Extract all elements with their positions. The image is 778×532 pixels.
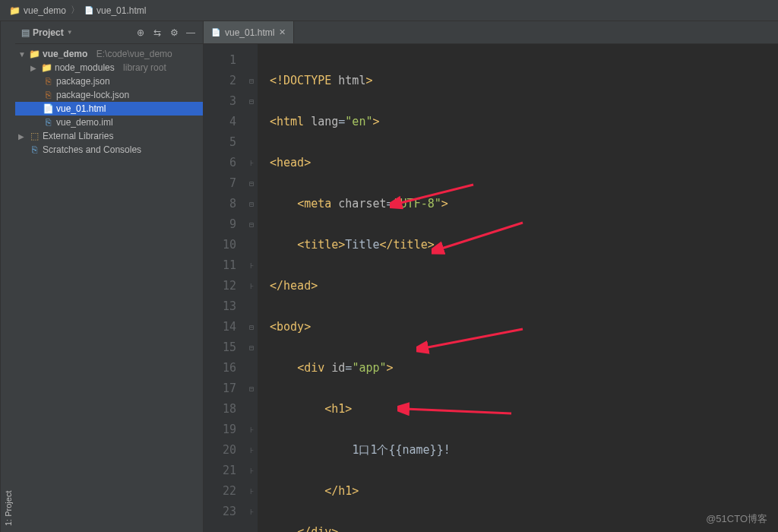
- tree-item-label: package-lock.json: [56, 90, 129, 100]
- tree-item-label: vue_01.html: [56, 103, 106, 114]
- tree-root-path: E:\code\vue_demo: [96, 49, 172, 59]
- target-icon[interactable]: ⊕: [134, 27, 147, 39]
- fold-gutter: ⊟⊟ ⊦ ⊟⊟⊟ ⊦⊦ ⊟⊟ ⊟ ⊦⊦⊦ ⊦⊦: [245, 44, 258, 532]
- close-icon[interactable]: ✕: [279, 27, 286, 37]
- folder-icon: 📁: [41, 62, 52, 73]
- editor-tabs: 📄 vue_01.html ✕: [204, 21, 778, 44]
- breadcrumb: 📁 vue_demo 〉 📄 vue_01.html: [0, 0, 778, 21]
- watermark: @51CTO博客: [706, 512, 767, 526]
- breadcrumb-file[interactable]: 📄 vue_01.html: [81, 4, 149, 17]
- tree-external-libs[interactable]: ▶ ⬚ External Libraries: [15, 129, 203, 143]
- side-tab-label: 1: Project: [4, 491, 13, 526]
- scratches-icon: ⎘: [29, 144, 40, 155]
- chevron-right-icon: 〉: [71, 4, 80, 17]
- json-icon: ⎘: [43, 76, 53, 87]
- panel-title-label: Project: [33, 27, 64, 38]
- breadcrumb-file-label: vue_01.html: [96, 5, 146, 16]
- tree-item-node-modules[interactable]: ▶ 📁 node_modules library root: [15, 61, 203, 74]
- tree-item-label: External Libraries: [43, 131, 113, 141]
- folder-icon: 📁: [29, 49, 40, 59]
- chevron-down-icon: ▼: [18, 50, 26, 59]
- tree-root[interactable]: ▼ 📁 vue_demo E:\code\vue_demo: [15, 47, 203, 61]
- tree-root-label: vue_demo: [43, 49, 87, 59]
- code-area[interactable]: 1234567891011121314151617181920212223 ⊟⊟…: [204, 44, 778, 532]
- chevron-right-icon: ▶: [30, 64, 38, 72]
- editor-area: 📄 vue_01.html ✕ 123456789101112131415161…: [204, 21, 778, 532]
- html-icon: 📄: [211, 28, 220, 36]
- panel-header: ▤ Project ▼ ⊕ ⇆ ⚙ —: [15, 21, 203, 44]
- breadcrumb-project[interactable]: 📁 vue_demo: [6, 4, 69, 17]
- line-gutter: 1234567891011121314151617181920212223: [204, 44, 245, 532]
- chevron-right-icon: ▶: [18, 132, 26, 141]
- tree-item-vue01-html[interactable]: 📄 vue_01.html: [15, 102, 203, 116]
- project-icon: ▤: [21, 27, 30, 38]
- code-content[interactable]: <!DOCTYPE html> <html lang="en"> <head> …: [258, 44, 778, 532]
- editor-tab[interactable]: 📄 vue_01.html ✕: [204, 21, 294, 43]
- tree-item-label: vue_demo.iml: [56, 117, 113, 128]
- iml-icon: ⎘: [43, 117, 53, 128]
- editor-tab-label: vue_01.html: [225, 27, 274, 38]
- gear-icon[interactable]: ⚙: [168, 27, 180, 39]
- project-tree: ▼ 📁 vue_demo E:\code\vue_demo ▶ 📁 node_m…: [15, 44, 203, 160]
- html-icon: 📄: [84, 6, 93, 14]
- folder-icon: 📁: [9, 5, 21, 16]
- expand-icon[interactable]: ⇆: [151, 27, 163, 39]
- tree-scratches[interactable]: ⎘ Scratches and Consoles: [15, 143, 203, 157]
- tree-item-package-lock[interactable]: ⎘ package-lock.json: [15, 88, 203, 102]
- tree-item-hint: library root: [123, 62, 166, 73]
- project-panel: ▤ Project ▼ ⊕ ⇆ ⚙ — ▼ 📁 vue_demo E:\code…: [15, 21, 204, 532]
- tree-item-label: Scratches and Consoles: [43, 144, 141, 155]
- tree-item-package-json[interactable]: ⎘ package.json: [15, 74, 203, 88]
- library-icon: ⬚: [29, 131, 40, 141]
- breadcrumb-project-label: vue_demo: [24, 5, 66, 16]
- project-side-tab[interactable]: 1: Project: [0, 21, 15, 532]
- panel-title[interactable]: ▤ Project ▼: [21, 27, 130, 38]
- tree-item-label: node_modules: [55, 62, 115, 73]
- hide-icon[interactable]: —: [185, 27, 197, 39]
- chevron-down-icon: ▼: [67, 29, 73, 36]
- html-icon: 📄: [43, 103, 53, 114]
- tree-item-iml[interactable]: ⎘ vue_demo.iml: [15, 116, 203, 129]
- json-icon: ⎘: [43, 90, 53, 100]
- tree-item-label: package.json: [56, 76, 110, 87]
